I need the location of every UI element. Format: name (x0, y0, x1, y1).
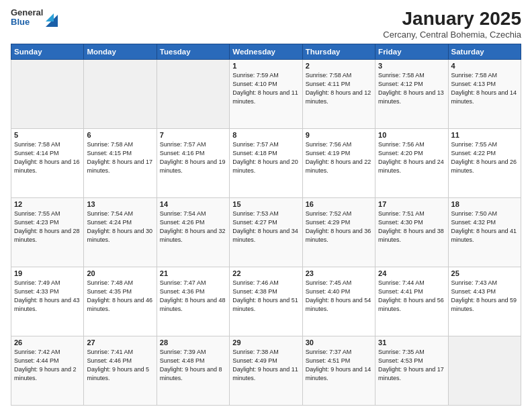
weekday-header-row: SundayMondayTuesdayWednesdayThursdayFrid… (11, 44, 521, 60)
logo: General Blue (11, 8, 58, 28)
calendar-cell: 2Sunrise: 7:58 AM Sunset: 4:11 PM Daylig… (302, 60, 375, 129)
calendar-cell: 22Sunrise: 7:46 AM Sunset: 4:38 PM Dayli… (230, 267, 302, 336)
day-info: Sunrise: 7:54 AM Sunset: 4:26 PM Dayligh… (160, 210, 226, 244)
day-info: Sunrise: 7:39 AM Sunset: 4:48 PM Dayligh… (160, 348, 226, 383)
day-info: Sunrise: 7:50 AM Sunset: 4:32 PM Dayligh… (451, 210, 518, 244)
weekday-header-wednesday: Wednesday (230, 44, 302, 60)
day-number: 29 (232, 338, 299, 347)
day-number: 26 (14, 338, 81, 347)
day-info: Sunrise: 7:35 AM Sunset: 4:53 PM Dayligh… (378, 348, 445, 383)
day-info: Sunrise: 7:42 AM Sunset: 4:44 PM Dayligh… (14, 348, 81, 383)
day-number: 27 (87, 338, 153, 347)
calendar-cell: 4Sunrise: 7:58 AM Sunset: 4:13 PM Daylig… (448, 60, 521, 129)
day-info: Sunrise: 7:56 AM Sunset: 4:20 PM Dayligh… (378, 140, 445, 175)
day-number: 6 (87, 131, 153, 139)
calendar-cell: 9Sunrise: 7:56 AM Sunset: 4:19 PM Daylig… (302, 129, 375, 198)
calendar-cell: 31Sunrise: 7:35 AM Sunset: 4:53 PM Dayli… (375, 336, 448, 406)
calendar-cell: 6Sunrise: 7:58 AM Sunset: 4:15 PM Daylig… (84, 129, 157, 198)
day-number: 8 (232, 131, 299, 139)
page: General Blue January 2025 Cercany, Centr… (0, 0, 532, 411)
day-number: 22 (232, 269, 299, 277)
calendar-cell (84, 60, 157, 129)
day-number: 7 (160, 131, 226, 139)
day-number: 15 (232, 200, 299, 208)
day-number: 3 (378, 62, 445, 70)
day-number: 5 (14, 131, 81, 139)
day-number: 25 (451, 269, 518, 277)
calendar-cell (157, 60, 229, 129)
day-number: 12 (14, 200, 81, 208)
calendar-cell: 17Sunrise: 7:51 AM Sunset: 4:30 PM Dayli… (375, 198, 448, 267)
calendar-cell: 16Sunrise: 7:52 AM Sunset: 4:29 PM Dayli… (302, 198, 375, 267)
day-number: 9 (306, 131, 372, 139)
calendar-cell: 11Sunrise: 7:55 AM Sunset: 4:22 PM Dayli… (448, 129, 521, 198)
day-info: Sunrise: 7:58 AM Sunset: 4:15 PM Dayligh… (87, 140, 153, 175)
logo-general: General (11, 8, 43, 17)
day-info: Sunrise: 7:46 AM Sunset: 4:38 PM Dayligh… (232, 279, 299, 314)
calendar-cell: 18Sunrise: 7:50 AM Sunset: 4:32 PM Dayli… (448, 198, 521, 267)
calendar-cell: 19Sunrise: 7:49 AM Sunset: 4:33 PM Dayli… (11, 267, 84, 336)
day-info: Sunrise: 7:58 AM Sunset: 4:11 PM Dayligh… (306, 71, 372, 106)
calendar-cell: 28Sunrise: 7:39 AM Sunset: 4:48 PM Dayli… (157, 336, 229, 406)
day-info: Sunrise: 7:58 AM Sunset: 4:13 PM Dayligh… (451, 71, 518, 106)
day-number: 19 (14, 269, 81, 277)
calendar-cell: 13Sunrise: 7:54 AM Sunset: 4:24 PM Dayli… (84, 198, 157, 267)
calendar-cell: 3Sunrise: 7:58 AM Sunset: 4:12 PM Daylig… (375, 60, 448, 129)
calendar-week-4: 19Sunrise: 7:49 AM Sunset: 4:33 PM Dayli… (11, 267, 521, 336)
calendar: SundayMondayTuesdayWednesdayThursdayFrid… (11, 44, 521, 406)
day-info: Sunrise: 7:59 AM Sunset: 4:10 PM Dayligh… (232, 71, 299, 106)
day-number: 14 (160, 200, 226, 208)
day-info: Sunrise: 7:51 AM Sunset: 4:30 PM Dayligh… (378, 210, 445, 244)
day-info: Sunrise: 7:57 AM Sunset: 4:18 PM Dayligh… (232, 140, 299, 175)
day-info: Sunrise: 7:47 AM Sunset: 4:36 PM Dayligh… (160, 279, 226, 314)
day-number: 16 (306, 200, 372, 208)
calendar-cell: 10Sunrise: 7:56 AM Sunset: 4:20 PM Dayli… (375, 129, 448, 198)
location-subtitle: Cercany, Central Bohemia, Czechia (383, 30, 521, 40)
day-number: 18 (451, 200, 518, 208)
day-info: Sunrise: 7:56 AM Sunset: 4:19 PM Dayligh… (306, 140, 372, 175)
calendar-week-2: 5Sunrise: 7:58 AM Sunset: 4:14 PM Daylig… (11, 129, 521, 198)
calendar-cell: 25Sunrise: 7:43 AM Sunset: 4:43 PM Dayli… (448, 267, 521, 336)
weekday-header-thursday: Thursday (302, 44, 375, 60)
calendar-cell: 7Sunrise: 7:57 AM Sunset: 4:16 PM Daylig… (157, 129, 229, 198)
day-number: 17 (378, 200, 445, 208)
day-info: Sunrise: 7:45 AM Sunset: 4:40 PM Dayligh… (306, 279, 372, 314)
day-info: Sunrise: 7:58 AM Sunset: 4:14 PM Dayligh… (14, 140, 81, 175)
day-info: Sunrise: 7:53 AM Sunset: 4:27 PM Dayligh… (232, 210, 299, 244)
calendar-cell: 26Sunrise: 7:42 AM Sunset: 4:44 PM Dayli… (11, 336, 84, 406)
calendar-cell (448, 336, 521, 406)
calendar-cell: 20Sunrise: 7:48 AM Sunset: 4:35 PM Dayli… (84, 267, 157, 336)
calendar-cell: 21Sunrise: 7:47 AM Sunset: 4:36 PM Dayli… (157, 267, 229, 336)
weekday-header-friday: Friday (375, 44, 448, 60)
day-number: 4 (451, 62, 518, 70)
calendar-cell: 30Sunrise: 7:37 AM Sunset: 4:51 PM Dayli… (302, 336, 375, 406)
day-info: Sunrise: 7:44 AM Sunset: 4:41 PM Dayligh… (378, 279, 445, 314)
day-info: Sunrise: 7:48 AM Sunset: 4:35 PM Dayligh… (87, 279, 153, 314)
weekday-header-saturday: Saturday (448, 44, 521, 60)
calendar-week-1: 1Sunrise: 7:59 AM Sunset: 4:10 PM Daylig… (11, 60, 521, 129)
day-info: Sunrise: 7:37 AM Sunset: 4:51 PM Dayligh… (306, 348, 372, 383)
calendar-week-3: 12Sunrise: 7:55 AM Sunset: 4:23 PM Dayli… (11, 198, 521, 267)
day-info: Sunrise: 7:43 AM Sunset: 4:43 PM Dayligh… (451, 279, 518, 314)
calendar-cell: 8Sunrise: 7:57 AM Sunset: 4:18 PM Daylig… (230, 129, 302, 198)
title-block: January 2025 Cercany, Central Bohemia, C… (383, 8, 521, 40)
logo-blue: Blue (11, 17, 43, 27)
day-number: 28 (160, 338, 226, 347)
day-number: 21 (160, 269, 226, 277)
day-info: Sunrise: 7:41 AM Sunset: 4:46 PM Dayligh… (87, 348, 153, 383)
day-info: Sunrise: 7:52 AM Sunset: 4:29 PM Dayligh… (306, 210, 372, 244)
day-number: 30 (306, 338, 372, 347)
calendar-week-5: 26Sunrise: 7:42 AM Sunset: 4:44 PM Dayli… (11, 336, 521, 406)
calendar-cell: 14Sunrise: 7:54 AM Sunset: 4:26 PM Dayli… (157, 198, 229, 267)
day-number: 23 (306, 269, 372, 277)
day-info: Sunrise: 7:54 AM Sunset: 4:24 PM Dayligh… (87, 210, 153, 244)
month-title: January 2025 (383, 8, 521, 30)
day-info: Sunrise: 7:58 AM Sunset: 4:12 PM Dayligh… (378, 71, 445, 106)
day-number: 31 (378, 338, 445, 347)
calendar-cell: 27Sunrise: 7:41 AM Sunset: 4:46 PM Dayli… (84, 336, 157, 406)
calendar-cell: 24Sunrise: 7:44 AM Sunset: 4:41 PM Dayli… (375, 267, 448, 336)
calendar-cell (11, 60, 84, 129)
calendar-cell: 29Sunrise: 7:38 AM Sunset: 4:49 PM Dayli… (230, 336, 302, 406)
logo-text: General Blue (11, 8, 43, 28)
day-number: 2 (306, 62, 372, 70)
